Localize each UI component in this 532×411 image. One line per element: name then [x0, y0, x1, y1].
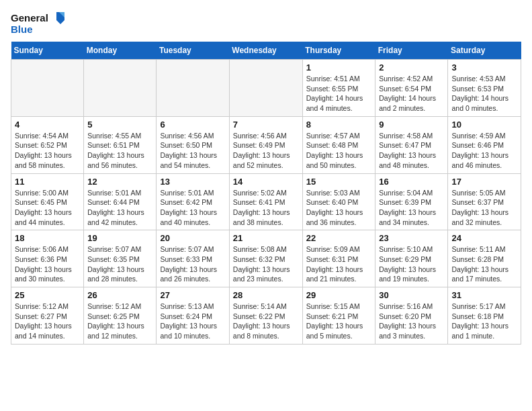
day-number: 27 [160, 290, 225, 300]
svg-text:General: General [11, 12, 48, 24]
calendar-cell: 23Sunrise: 5:10 AM Sunset: 6:29 PM Dayli… [375, 230, 448, 287]
day-info: Sunrise: 5:07 AM Sunset: 6:35 PM Dayligh… [87, 244, 152, 284]
day-info: Sunrise: 5:12 AM Sunset: 6:27 PM Dayligh… [15, 302, 80, 341]
day-info: Sunrise: 5:01 AM Sunset: 6:44 PM Dayligh… [87, 188, 152, 228]
week-row-3: 11Sunrise: 5:00 AM Sunset: 6:45 PM Dayli… [11, 173, 521, 230]
day-info: Sunrise: 4:51 AM Sunset: 6:55 PM Dayligh… [306, 74, 372, 113]
day-number: 20 [160, 233, 225, 243]
day-info: Sunrise: 5:09 AM Sunset: 6:31 PM Dayligh… [306, 244, 372, 284]
calendar-cell: 9Sunrise: 4:58 AM Sunset: 6:47 PM Daylig… [375, 116, 448, 173]
col-header-wednesday: Wednesday [229, 42, 302, 60]
calendar-cell: 25Sunrise: 5:12 AM Sunset: 6:27 PM Dayli… [11, 287, 84, 345]
day-info: Sunrise: 4:53 AM Sunset: 6:53 PM Dayligh… [451, 74, 517, 113]
day-number: 24 [451, 233, 517, 243]
day-number: 25 [15, 290, 80, 300]
day-info: Sunrise: 5:02 AM Sunset: 6:41 PM Dayligh… [233, 188, 299, 228]
week-row-1: 1Sunrise: 4:51 AM Sunset: 6:55 PM Daylig… [11, 60, 521, 117]
day-number: 4 [15, 120, 80, 130]
calendar-cell: 16Sunrise: 5:04 AM Sunset: 6:39 PM Dayli… [375, 173, 448, 230]
day-info: Sunrise: 4:59 AM Sunset: 6:46 PM Dayligh… [451, 131, 517, 171]
day-number: 11 [15, 177, 80, 187]
week-row-4: 18Sunrise: 5:06 AM Sunset: 6:36 PM Dayli… [11, 230, 521, 287]
calendar-cell: 1Sunrise: 4:51 AM Sunset: 6:55 PM Daylig… [302, 60, 375, 117]
calendar-cell: 17Sunrise: 5:05 AM Sunset: 6:37 PM Dayli… [448, 173, 521, 230]
day-info: Sunrise: 5:13 AM Sunset: 6:24 PM Dayligh… [160, 302, 225, 341]
col-header-sunday: Sunday [11, 42, 84, 60]
day-number: 5 [87, 120, 152, 130]
calendar-cell: 30Sunrise: 5:16 AM Sunset: 6:20 PM Dayli… [375, 287, 448, 345]
calendar-cell: 10Sunrise: 4:59 AM Sunset: 6:46 PM Dayli… [448, 116, 521, 173]
calendar-cell: 31Sunrise: 5:17 AM Sunset: 6:18 PM Dayli… [448, 287, 521, 345]
day-info: Sunrise: 4:52 AM Sunset: 6:54 PM Dayligh… [379, 74, 444, 113]
day-info: Sunrise: 5:11 AM Sunset: 6:28 PM Dayligh… [451, 244, 517, 284]
day-info: Sunrise: 4:58 AM Sunset: 6:47 PM Dayligh… [379, 131, 444, 171]
day-number: 3 [451, 62, 517, 73]
day-number: 17 [451, 177, 517, 187]
day-number: 30 [379, 290, 444, 300]
col-header-monday: Monday [84, 42, 157, 60]
day-info: Sunrise: 4:54 AM Sunset: 6:52 PM Dayligh… [15, 131, 80, 171]
calendar-cell: 27Sunrise: 5:13 AM Sunset: 6:24 PM Dayli… [157, 287, 229, 345]
day-info: Sunrise: 5:14 AM Sunset: 6:22 PM Dayligh… [233, 302, 299, 341]
day-info: Sunrise: 5:17 AM Sunset: 6:18 PM Dayligh… [451, 302, 517, 341]
day-number: 15 [306, 177, 372, 187]
calendar-cell: 28Sunrise: 5:14 AM Sunset: 6:22 PM Dayli… [229, 287, 302, 345]
week-row-2: 4Sunrise: 4:54 AM Sunset: 6:52 PM Daylig… [11, 116, 521, 173]
calendar-cell: 12Sunrise: 5:01 AM Sunset: 6:44 PM Dayli… [84, 173, 157, 230]
calendar-cell: 21Sunrise: 5:08 AM Sunset: 6:32 PM Dayli… [229, 230, 302, 287]
day-info: Sunrise: 4:55 AM Sunset: 6:51 PM Dayligh… [87, 131, 152, 171]
day-info: Sunrise: 5:16 AM Sunset: 6:20 PM Dayligh… [379, 302, 444, 341]
day-info: Sunrise: 5:03 AM Sunset: 6:40 PM Dayligh… [306, 188, 372, 228]
page-header: General Blue [11, 11, 521, 36]
calendar-cell: 15Sunrise: 5:03 AM Sunset: 6:40 PM Dayli… [302, 173, 375, 230]
day-info: Sunrise: 5:04 AM Sunset: 6:39 PM Dayligh… [379, 188, 444, 228]
day-number: 23 [379, 233, 444, 243]
day-number: 6 [160, 120, 225, 130]
day-info: Sunrise: 5:05 AM Sunset: 6:37 PM Dayligh… [451, 188, 517, 228]
calendar-cell: 19Sunrise: 5:07 AM Sunset: 6:35 PM Dayli… [84, 230, 157, 287]
calendar-cell: 29Sunrise: 5:15 AM Sunset: 6:21 PM Dayli… [302, 287, 375, 345]
day-number: 8 [306, 120, 372, 130]
calendar-cell: 26Sunrise: 5:12 AM Sunset: 6:25 PM Dayli… [84, 287, 157, 345]
calendar-cell: 13Sunrise: 5:01 AM Sunset: 6:42 PM Dayli… [157, 173, 229, 230]
calendar-cell: 8Sunrise: 4:57 AM Sunset: 6:48 PM Daylig… [302, 116, 375, 173]
calendar-cell: 6Sunrise: 4:56 AM Sunset: 6:50 PM Daylig… [157, 116, 229, 173]
calendar-cell: 24Sunrise: 5:11 AM Sunset: 6:28 PM Dayli… [448, 230, 521, 287]
day-info: Sunrise: 4:56 AM Sunset: 6:50 PM Dayligh… [160, 131, 225, 171]
col-header-thursday: Thursday [302, 42, 375, 60]
logo: General Blue [11, 11, 64, 36]
col-header-saturday: Saturday [448, 42, 521, 60]
svg-text:Blue: Blue [11, 24, 33, 35]
calendar-cell: 7Sunrise: 4:56 AM Sunset: 6:49 PM Daylig… [229, 116, 302, 173]
week-row-5: 25Sunrise: 5:12 AM Sunset: 6:27 PM Dayli… [11, 287, 521, 345]
day-number: 18 [15, 233, 80, 243]
calendar-cell [229, 60, 302, 117]
day-number: 13 [160, 177, 225, 187]
day-number: 12 [87, 177, 152, 187]
calendar-cell [84, 60, 157, 117]
day-info: Sunrise: 4:57 AM Sunset: 6:48 PM Dayligh… [306, 131, 372, 171]
day-info: Sunrise: 5:15 AM Sunset: 6:21 PM Dayligh… [306, 302, 372, 341]
day-number: 9 [379, 120, 444, 130]
calendar-cell: 14Sunrise: 5:02 AM Sunset: 6:41 PM Dayli… [229, 173, 302, 230]
logo-svg: General Blue [11, 11, 64, 36]
day-number: 2 [379, 62, 444, 73]
calendar-cell: 5Sunrise: 4:55 AM Sunset: 6:51 PM Daylig… [84, 116, 157, 173]
day-info: Sunrise: 5:00 AM Sunset: 6:45 PM Dayligh… [15, 188, 80, 228]
calendar-cell [11, 60, 84, 117]
calendar-header-row: SundayMondayTuesdayWednesdayThursdayFrid… [11, 42, 521, 60]
day-info: Sunrise: 5:08 AM Sunset: 6:32 PM Dayligh… [233, 244, 299, 284]
day-number: 16 [379, 177, 444, 187]
day-number: 22 [306, 233, 372, 243]
day-info: Sunrise: 5:07 AM Sunset: 6:33 PM Dayligh… [160, 244, 225, 284]
calendar-cell: 18Sunrise: 5:06 AM Sunset: 6:36 PM Dayli… [11, 230, 84, 287]
day-number: 19 [87, 233, 152, 243]
col-header-friday: Friday [375, 42, 448, 60]
calendar-cell: 2Sunrise: 4:52 AM Sunset: 6:54 PM Daylig… [375, 60, 448, 117]
calendar-cell: 22Sunrise: 5:09 AM Sunset: 6:31 PM Dayli… [302, 230, 375, 287]
day-number: 1 [306, 62, 372, 73]
day-number: 29 [306, 290, 372, 300]
calendar-table: SundayMondayTuesdayWednesdayThursdayFrid… [11, 42, 521, 345]
calendar-cell [157, 60, 229, 117]
day-info: Sunrise: 5:06 AM Sunset: 6:36 PM Dayligh… [15, 244, 80, 284]
